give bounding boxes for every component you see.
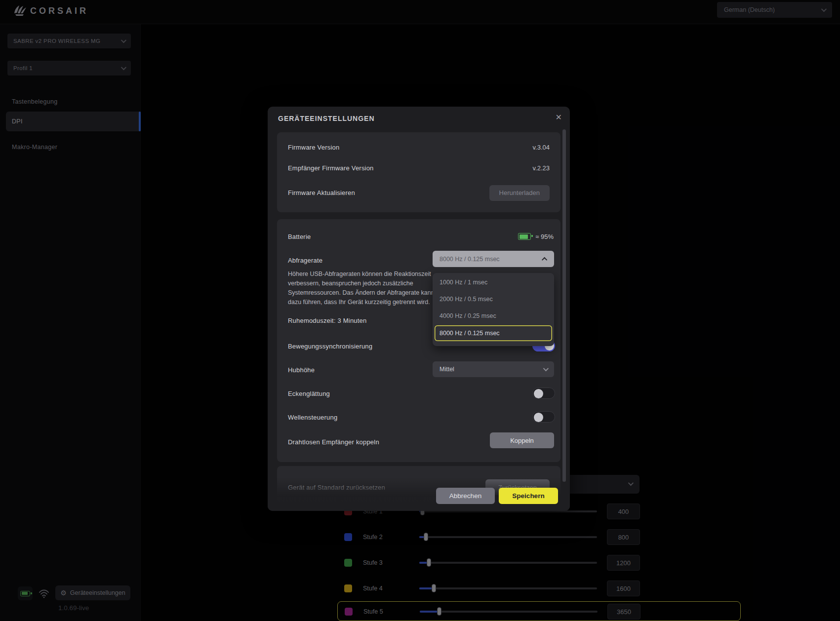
- save-button[interactable]: Speichern: [499, 488, 558, 504]
- polling-rate-value: 8000 Hz / 0.125 msec: [440, 256, 500, 263]
- firmware-version-row: Firmware Version v.3.04: [288, 144, 550, 151]
- firmware-version-value: v.3.04: [533, 144, 550, 151]
- polling-option-2000hz[interactable]: 2000 Hz / 0.5 msec: [433, 291, 554, 308]
- lift-height-dropdown[interactable]: Mittel: [433, 361, 554, 377]
- device-settings-modal: GERÄTEEINSTELLUNGEN ✕ Firmware Version v…: [268, 107, 570, 511]
- wave-control-label: Wellensteuerung: [288, 414, 337, 421]
- battery-label: Batterie: [288, 233, 311, 240]
- battery-row: Batterie ≈ 95%: [288, 230, 554, 243]
- close-icon[interactable]: ✕: [556, 113, 562, 122]
- polling-rate-description: Höhere USB-Abfrageraten können die Reakt…: [288, 270, 445, 307]
- receiver-firmware-value: v.2.23: [533, 164, 550, 172]
- pairing-label: Drahtlosen Empfänger koppeln: [288, 438, 379, 446]
- modal-title: GERÄTEEINSTELLUNGEN: [278, 115, 375, 122]
- chevron-up-icon: [542, 257, 547, 262]
- firmware-version-label: Firmware Version: [288, 144, 339, 151]
- battery-level-icon: [518, 233, 531, 240]
- modal-scrollbar[interactable]: [562, 129, 566, 482]
- app-window: CORSAIR German (Deutsch) SABRE v2 PRO WI…: [0, 0, 840, 621]
- polling-option-1000hz[interactable]: 1000 Hz / 1 msec: [433, 274, 554, 291]
- toggle-knob: [534, 413, 543, 422]
- battery-percent: ≈ 95%: [535, 233, 554, 240]
- lift-height-label: Hubhöhe: [288, 366, 315, 374]
- firmware-update-row: Firmware Aktualisieren Herunterladen: [288, 185, 550, 201]
- cancel-button[interactable]: Abbrechen: [436, 488, 495, 504]
- toggle-knob: [534, 389, 543, 398]
- angle-snapping-toggle[interactable]: [532, 388, 555, 399]
- polling-rate-label: Abfragerate: [288, 257, 322, 264]
- receiver-firmware-label: Empfänger Firmware Version: [288, 164, 374, 172]
- polling-rate-dropdown[interactable]: 8000 Hz / 0.125 msec: [433, 251, 554, 267]
- polling-option-8000hz-selected[interactable]: 8000 Hz / 0.125 msec: [435, 325, 552, 341]
- receiver-firmware-row: Empfänger Firmware Version v.2.23: [288, 164, 550, 172]
- pair-button[interactable]: Koppeln: [490, 432, 554, 448]
- lift-height-value: Mittel: [440, 366, 454, 373]
- angle-snapping-label: Eckenglättung: [288, 390, 330, 397]
- polling-option-4000hz[interactable]: 4000 Hz / 0.25 msec: [433, 308, 554, 324]
- chevron-down-icon: [543, 366, 549, 371]
- firmware-update-label: Firmware Aktualisieren: [288, 189, 355, 196]
- download-button[interactable]: Herunterladen: [489, 185, 550, 201]
- polling-rate-options-list: 1000 Hz / 1 msec 2000 Hz / 0.5 msec 4000…: [433, 273, 554, 346]
- motion-sync-label: Bewegungssynchronisierung: [288, 343, 372, 350]
- firmware-card: Firmware Version v.3.04 Empfänger Firmwa…: [277, 132, 560, 212]
- sleep-mode-label: Ruhemoduszeit: 3 Minuten: [288, 317, 366, 324]
- wave-control-toggle[interactable]: [532, 411, 555, 423]
